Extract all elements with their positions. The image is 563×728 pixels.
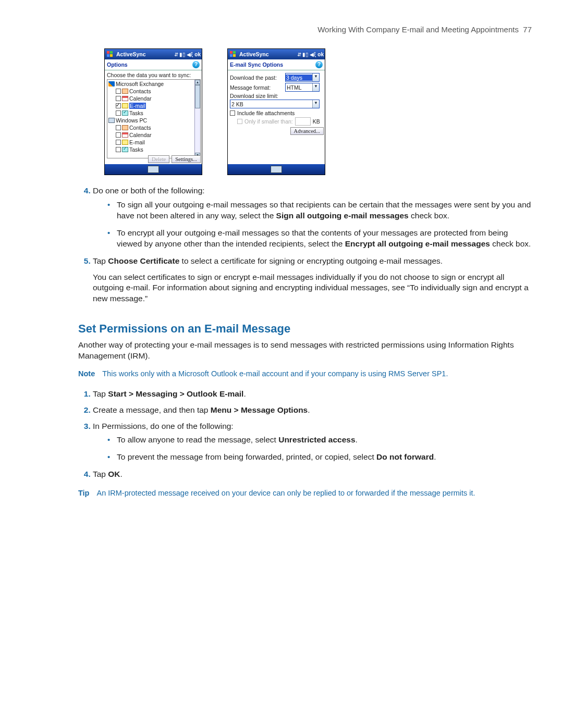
- calendar-icon: [122, 132, 128, 138]
- delete-button: Delete: [148, 155, 169, 163]
- pc-icon: [108, 118, 115, 123]
- sub-title: Options: [107, 61, 128, 68]
- hint-text: Choose the data you want to sync:: [107, 72, 201, 78]
- scroll-thumb[interactable]: [195, 85, 200, 108]
- contacts-icon: [122, 89, 128, 94]
- calendar-icon: [122, 96, 128, 101]
- note-block: Note This works only with a Microsoft Ou…: [78, 369, 532, 379]
- tasks-icon: [122, 147, 128, 152]
- note-text: This works only with a Microsoft Outlook…: [102, 369, 448, 379]
- tree-item-label: Calendar: [129, 95, 152, 102]
- windows-flag-icon: [107, 51, 114, 57]
- advanced-button[interactable]: Advanced...: [290, 127, 324, 135]
- tree-item-label: E-mail: [129, 103, 146, 109]
- perm-step-4: Tap OK.: [93, 469, 532, 480]
- note-tag: Note: [78, 369, 95, 379]
- app-title: ActiveSync: [239, 51, 269, 57]
- step-4-bullet-encrypt: To encrypt all your outgoing e-mail mess…: [117, 228, 532, 250]
- screenshot-options: ActiveSync ⇵ ▮▯ ◀ξ ok Options ? Choose t…: [104, 48, 202, 175]
- sub-header: Options ?: [105, 59, 202, 70]
- perm-step-2: Create a message, and then tap Menu > Me…: [93, 405, 532, 416]
- include-attachments-label: Include file attachments: [237, 110, 295, 116]
- sync-checkbox[interactable]: [116, 125, 121, 130]
- settings-button[interactable]: Settings...: [172, 155, 201, 163]
- scroll-up-button[interactable]: ▲: [195, 80, 200, 85]
- download-limit-label: Download size limit:: [230, 93, 324, 99]
- download-limit-combo[interactable]: 2 KB▼: [230, 100, 320, 108]
- sync-checkbox[interactable]: [116, 96, 121, 101]
- step-5: Tap Choose Certificate to select a certi…: [93, 256, 532, 305]
- sync-checkbox[interactable]: [116, 110, 121, 116]
- include-attachments-checkbox[interactable]: [230, 110, 235, 116]
- chapter-title: Working With Company E-mail and Meeting …: [317, 25, 519, 34]
- screenshot-email-sync: ActiveSync ⇵ ▮▯ ◀ξ ok E-mail Sync Option…: [227, 48, 325, 175]
- tip-block: Tip An IRM-protected message received on…: [78, 488, 532, 499]
- ok-button[interactable]: ok: [317, 52, 324, 57]
- tree-item-label: E-mail: [129, 139, 145, 145]
- chevron-down-icon: ▼: [312, 100, 319, 108]
- signal-icon: ▮▯: [179, 52, 186, 57]
- tree-item[interactable]: Contacts: [108, 124, 194, 131]
- kb-unit: KB: [313, 118, 320, 125]
- mail-icon: [122, 103, 128, 108]
- app-title: ActiveSync: [116, 51, 146, 57]
- chevron-down-icon: ▼: [312, 83, 319, 91]
- sync-listbox[interactable]: Microsoft ExchangeContactsCalendarE-mail…: [107, 79, 201, 158]
- windows-flag-icon: [230, 51, 237, 57]
- tree-item-label: Contacts: [129, 125, 151, 131]
- tree-item-label: Contacts: [129, 88, 151, 94]
- bottom-bar: [105, 164, 202, 175]
- tree-item[interactable]: Calendar: [108, 95, 194, 102]
- ok-button[interactable]: ok: [194, 52, 201, 57]
- download-past-value: 3 days: [286, 75, 312, 81]
- tree-group[interactable]: Windows PC: [108, 117, 194, 124]
- sync-checkbox[interactable]: [116, 147, 121, 152]
- help-icon[interactable]: ?: [315, 61, 323, 68]
- tree-item[interactable]: Calendar: [108, 131, 194, 139]
- sub-header: E-mail Sync Options ?: [228, 59, 325, 70]
- download-past-combo[interactable]: 3 days▼: [285, 73, 320, 82]
- download-past-label: Download the past:: [230, 75, 283, 81]
- only-smaller-input: [295, 117, 311, 126]
- steps-list-continued: Do one or both of the following: To sign…: [78, 186, 532, 304]
- sync-checkbox[interactable]: [116, 89, 121, 94]
- scrollbar[interactable]: ▲ ▼: [194, 80, 200, 158]
- page-header: Working With Company E-mail and Meeting …: [78, 25, 532, 34]
- help-icon[interactable]: ?: [192, 61, 200, 68]
- tree-item[interactable]: E-mail: [108, 102, 194, 109]
- message-format-label: Message format:: [230, 84, 283, 91]
- screenshot-pair: ActiveSync ⇵ ▮▯ ◀ξ ok Options ? Choose t…: [104, 48, 532, 175]
- only-smaller-label: Only if smaller than:: [244, 118, 293, 125]
- keyboard-icon[interactable]: [148, 166, 159, 173]
- tree-item-label: Tasks: [129, 146, 143, 153]
- tip-text: An IRM-protected message received on you…: [96, 488, 475, 499]
- connectivity-icon: ⇵: [297, 52, 301, 57]
- only-smaller-checkbox: [237, 119, 242, 124]
- tree-group-label: Windows PC: [116, 117, 147, 124]
- tree-item[interactable]: E-mail: [108, 139, 194, 146]
- contacts-icon: [122, 125, 128, 130]
- sync-checkbox[interactable]: [116, 132, 121, 138]
- email-sync-body: Download the past: 3 days▼ Message forma…: [228, 70, 325, 164]
- perm-step-1: Tap Start > Messaging > Outlook E-mail.: [93, 389, 532, 400]
- sync-checkbox[interactable]: [116, 103, 121, 108]
- keyboard-icon[interactable]: [271, 166, 282, 173]
- permissions-steps: Tap Start > Messaging > Outlook E-mail. …: [78, 389, 532, 480]
- message-format-combo[interactable]: HTML▼: [285, 83, 320, 92]
- page-number: 77: [523, 25, 532, 34]
- tree-item[interactable]: Tasks: [108, 109, 194, 117]
- sub-title: E-mail Sync Options: [230, 61, 283, 68]
- signal-icon: ▮▯: [302, 52, 309, 57]
- speaker-icon: ◀ξ: [310, 52, 316, 57]
- sync-checkbox[interactable]: [116, 140, 121, 145]
- tip-tag: Tip: [78, 488, 89, 499]
- tree-item[interactable]: Contacts: [108, 88, 194, 95]
- tree-group-label: Microsoft Exchange: [116, 81, 164, 87]
- tree-item[interactable]: Tasks: [108, 146, 194, 153]
- bottom-bar: [228, 164, 325, 175]
- connectivity-icon: ⇵: [174, 52, 178, 57]
- options-body: Choose the data you want to sync: Micros…: [105, 70, 202, 164]
- titlebar: ActiveSync ⇵ ▮▯ ◀ξ ok: [228, 49, 325, 59]
- titlebar: ActiveSync ⇵ ▮▯ ◀ξ ok: [105, 49, 202, 59]
- tree-group[interactable]: Microsoft Exchange: [108, 80, 194, 88]
